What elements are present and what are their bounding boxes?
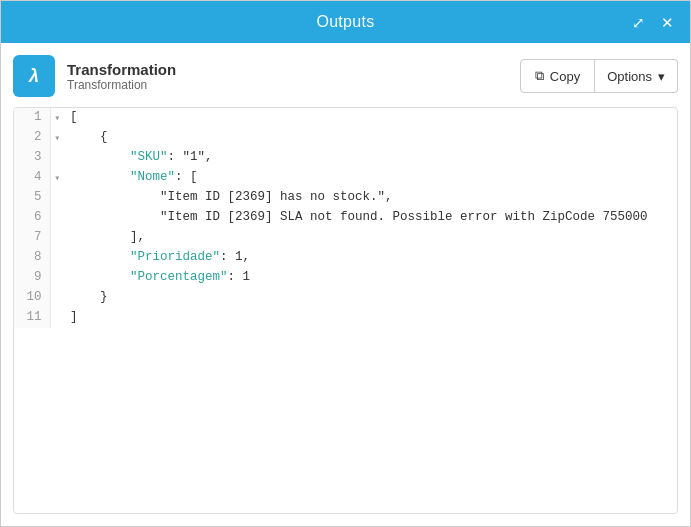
service-actions: ⧉ Copy Options ▾: [520, 59, 678, 93]
lambda-icon: λ: [29, 66, 39, 87]
header-controls: ⤢ ✕: [628, 13, 678, 32]
table-row: 6 "Item ID [2369] SLA not found. Possibl…: [14, 208, 677, 228]
line-toggle[interactable]: ▾: [50, 128, 64, 148]
line-toggle: [50, 188, 64, 208]
line-number: 10: [14, 288, 50, 308]
service-name: Transformation: [67, 61, 176, 78]
table-row: 3 "SKU": "1",: [14, 148, 677, 168]
line-content: "SKU": "1",: [64, 148, 677, 168]
table-row: 8 "Prioridade": 1,: [14, 248, 677, 268]
line-content: [: [64, 108, 677, 128]
table-row: 5 "Item ID [2369] has no stock.",: [14, 188, 677, 208]
code-area[interactable]: 1▾[2▾ {3 "SKU": "1",4▾ "Nome": [5 "Item …: [13, 107, 678, 514]
copy-icon: ⧉: [535, 68, 544, 84]
line-number: 1: [14, 108, 50, 128]
service-bar: λ Transformation Transformation ⧉ Copy O…: [13, 55, 678, 97]
options-label: Options: [607, 69, 652, 84]
service-subtitle: Transformation: [67, 78, 176, 92]
line-toggle: [50, 148, 64, 168]
expand-button[interactable]: ⤢: [628, 13, 649, 32]
line-number: 6: [14, 208, 50, 228]
line-number: 4: [14, 168, 50, 188]
options-button[interactable]: Options ▾: [595, 59, 678, 93]
table-row: 1▾[: [14, 108, 677, 128]
table-row: 2▾ {: [14, 128, 677, 148]
line-content: {: [64, 128, 677, 148]
copy-label: Copy: [550, 69, 580, 84]
line-toggle[interactable]: ▾: [50, 108, 64, 128]
line-content: "Nome": [: [64, 168, 677, 188]
table-row: 4▾ "Nome": [: [14, 168, 677, 188]
service-icon: λ: [13, 55, 55, 97]
line-number: 5: [14, 188, 50, 208]
line-content: ]: [64, 308, 677, 328]
line-number: 8: [14, 248, 50, 268]
code-table: 1▾[2▾ {3 "SKU": "1",4▾ "Nome": [5 "Item …: [14, 108, 677, 328]
modal-body: λ Transformation Transformation ⧉ Copy O…: [1, 43, 690, 526]
line-content: }: [64, 288, 677, 308]
modal-title: Outputs: [316, 13, 374, 31]
line-content: "Porcentagem": 1: [64, 268, 677, 288]
table-row: 10 }: [14, 288, 677, 308]
line-toggle: [50, 268, 64, 288]
line-number: 11: [14, 308, 50, 328]
line-toggle[interactable]: ▾: [50, 168, 64, 188]
table-row: 9 "Porcentagem": 1: [14, 268, 677, 288]
modal-container: Outputs ⤢ ✕ λ Transformation Transformat…: [0, 0, 691, 527]
copy-button[interactable]: ⧉ Copy: [520, 59, 595, 93]
line-content: ],: [64, 228, 677, 248]
line-toggle: [50, 248, 64, 268]
chevron-down-icon: ▾: [658, 69, 665, 84]
service-info: λ Transformation Transformation: [13, 55, 176, 97]
line-toggle: [50, 308, 64, 328]
line-content: "Prioridade": 1,: [64, 248, 677, 268]
modal-header: Outputs ⤢ ✕: [1, 1, 690, 43]
table-row: 7 ],: [14, 228, 677, 248]
table-row: 11]: [14, 308, 677, 328]
service-labels: Transformation Transformation: [67, 61, 176, 92]
line-number: 2: [14, 128, 50, 148]
line-content: "Item ID [2369] SLA not found. Possible …: [64, 208, 677, 228]
line-number: 7: [14, 228, 50, 248]
line-number: 9: [14, 268, 50, 288]
line-toggle: [50, 228, 64, 248]
line-number: 3: [14, 148, 50, 168]
line-content: "Item ID [2369] has no stock.",: [64, 188, 677, 208]
line-toggle: [50, 208, 64, 228]
line-toggle: [50, 288, 64, 308]
close-button[interactable]: ✕: [657, 13, 678, 32]
